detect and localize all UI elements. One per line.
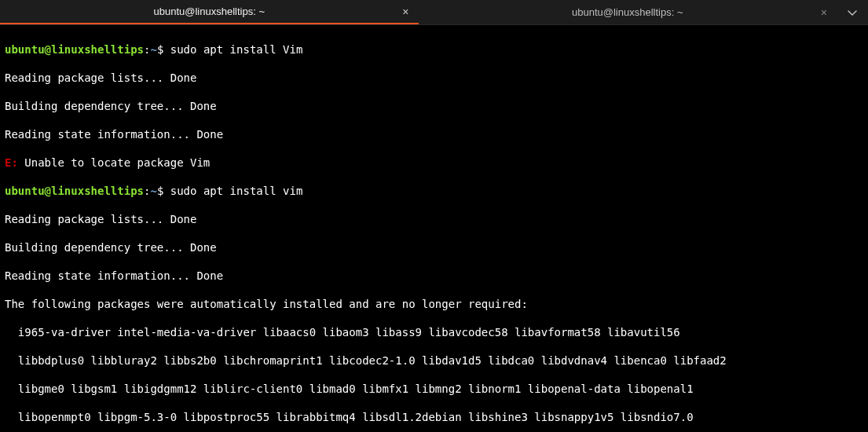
tab-1[interactable]: ubuntu@linuxshelltips: ~ ×	[0, 0, 419, 24]
chevron-down-icon	[846, 6, 859, 19]
new-tab-button[interactable]	[837, 0, 868, 24]
output-line: i965-va-driver intel-media-va-driver lib…	[5, 325, 863, 339]
terminal-content[interactable]: ubuntu@linuxshelltips:~$ sudo apt instal…	[0, 25, 868, 432]
close-icon[interactable]: ×	[402, 5, 408, 19]
ps-path: ~	[150, 43, 156, 56]
error-tag: E:	[5, 156, 18, 169]
titlebar: ubuntu@linuxshelltips: ~ × ubuntu@linuxs…	[0, 0, 868, 25]
command-text: sudo apt install Vim	[170, 43, 303, 56]
output-line: Reading package lists... Done	[5, 71, 863, 85]
error-message: Unable to locate package Vim	[18, 156, 210, 169]
close-icon[interactable]: ×	[821, 5, 827, 20]
tab-2[interactable]: ubuntu@linuxshelltips: ~ ×	[419, 0, 837, 24]
output-line: Building dependency tree... Done	[5, 99, 863, 113]
error-line: E: Unable to locate package Vim	[5, 156, 863, 170]
tab-title: ubuntu@linuxshelltips: ~	[154, 5, 265, 19]
ps-user: ubuntu@linuxshelltips	[5, 185, 144, 197]
output-line: libgme0 libgsm1 libigdgmm12 liblirc-clie…	[5, 382, 863, 396]
output-line: libopenmpt0 libpgm-5.3-0 libpostproc55 l…	[5, 410, 863, 424]
output-line: libbdplus0 libbluray2 libbs2b0 libchroma…	[5, 353, 863, 368]
output-line: The following packages were automaticall…	[5, 297, 863, 311]
output-line: Reading package lists... Done	[5, 212, 863, 226]
ps-dollar: $	[157, 43, 170, 56]
output-line: Building dependency tree... Done	[5, 240, 863, 254]
ps-path: ~	[150, 185, 156, 197]
output-line: Reading state information... Done	[5, 127, 863, 141]
ps-dollar: $	[157, 185, 170, 197]
command-text: sudo apt install vim	[170, 185, 303, 197]
prompt-line: ubuntu@linuxshelltips:~$ sudo apt instal…	[5, 42, 863, 57]
ps-user: ubuntu@linuxshelltips	[5, 43, 144, 56]
output-line: Reading state information... Done	[5, 269, 863, 283]
tab-title: ubuntu@linuxshelltips: ~	[572, 5, 683, 20]
prompt-line: ubuntu@linuxshelltips:~$ sudo apt instal…	[5, 184, 863, 198]
